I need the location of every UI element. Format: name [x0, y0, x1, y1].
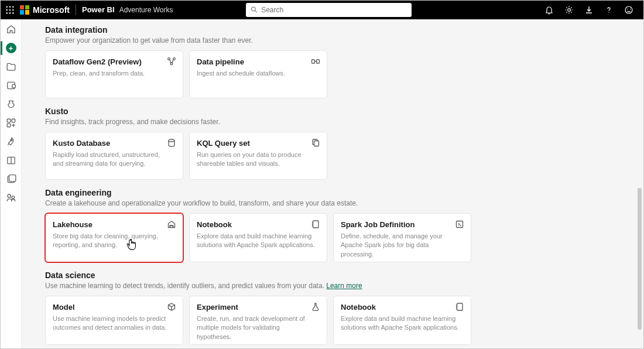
job-icon [455, 220, 464, 229]
card-description: Prep, clean, and transform data. [53, 69, 176, 78]
svg-point-7 [9, 12, 11, 13]
svg-rect-31 [312, 60, 315, 63]
svg-point-4 [9, 9, 11, 10]
svg-point-1 [9, 6, 11, 7]
topbar: Microsoft Power BI Adventure Works [0, 0, 644, 19]
svg-rect-20 [7, 124, 11, 127]
svg-point-12 [608, 12, 609, 12]
onelake-icon[interactable] [6, 80, 16, 91]
card-title: Experiment [197, 303, 320, 312]
svg-point-0 [6, 6, 8, 7]
create-icon[interactable]: + [6, 43, 16, 53]
svg-rect-19 [12, 119, 15, 122]
card-description: Store big data for cleaning, querying, r… [53, 232, 176, 250]
card-experiment[interactable]: Experiment Create, run, and track develo… [189, 296, 327, 345]
card-title: Lakehouse [53, 220, 176, 229]
learn-more-link[interactable]: Learn more [326, 282, 362, 290]
svg-rect-32 [317, 60, 320, 63]
card-description: Run queries on your data to produce shar… [197, 150, 320, 169]
content-area: Data integration Empower your organizati… [22, 19, 643, 348]
search-icon [251, 6, 258, 13]
workspace-label[interactable]: Adventure Works [119, 6, 173, 14]
product-label: Power BI [82, 5, 115, 14]
cube-icon [167, 302, 176, 312]
card-description: Ingest and schedule dataflows. [197, 69, 320, 78]
card-notebook[interactable]: Notebook Explore data and build machine … [333, 296, 471, 345]
svg-point-29 [173, 58, 176, 60]
copy-icon [311, 138, 320, 148]
flask-icon [311, 302, 320, 312]
card-description: Define, schedule, and manage your Apache… [341, 232, 464, 259]
branch-icon [167, 57, 176, 66]
learn-icon[interactable] [6, 155, 16, 166]
svg-point-14 [627, 8, 628, 9]
card-title: Data pipeline [197, 57, 320, 66]
svg-rect-18 [7, 119, 11, 122]
workspace-item-icon[interactable] [6, 193, 16, 203]
card-lakehouse[interactable]: Lakehouse Store big data for cleaning, q… [45, 213, 183, 262]
svg-point-30 [170, 63, 173, 65]
db-icon [167, 138, 176, 148]
section-title: Data integration [45, 25, 643, 35]
svg-rect-37 [313, 221, 319, 228]
app-launcher-icon[interactable] [0, 0, 20, 19]
apps-icon[interactable] [6, 118, 16, 128]
card-description: Rapidly load structured, unstructured, a… [53, 150, 176, 169]
divider [76, 5, 76, 15]
left-rail: + [1, 19, 22, 348]
card-description: Create, run, and track development of mu… [197, 314, 320, 341]
section-title: Kusto [45, 107, 643, 116]
card-description: Explore data and build machine learning … [341, 314, 464, 333]
settings-icon[interactable] [564, 5, 574, 15]
deployment-icon[interactable] [6, 136, 16, 147]
svg-point-8 [12, 12, 13, 13]
section-subtitle: Create a lakehouse and operationalize yo… [45, 199, 643, 207]
card-kusto-database[interactable]: Kusto Database Rapidly load structured, … [45, 132, 183, 180]
microsoft-logo: Microsoft [20, 5, 70, 15]
notifications-icon[interactable] [544, 5, 554, 15]
svg-point-26 [8, 194, 11, 197]
home-icon[interactable] [6, 24, 16, 35]
download-icon[interactable] [584, 5, 594, 15]
card-title: Kusto Database [53, 139, 176, 148]
card-dataflow-gen2-preview-[interactable]: Dataflow Gen2 (Preview) Prep, clean, and… [45, 50, 183, 98]
card-spark-job-definition[interactable]: Spark Job Definition Define, schedule, a… [333, 213, 471, 262]
pipeline-icon [311, 57, 320, 66]
goals-icon[interactable] [6, 99, 16, 110]
browse-icon[interactable] [6, 61, 16, 72]
search-box[interactable] [246, 3, 412, 17]
card-description: Use machine learning models to predict o… [53, 314, 176, 333]
svg-point-5 [12, 9, 13, 10]
section-subtitle: Empower your organization to get value f… [45, 36, 643, 45]
section-title: Data science [45, 271, 643, 280]
svg-point-13 [625, 6, 632, 13]
search-input[interactable] [261, 6, 407, 14]
microsoft-label: Microsoft [33, 5, 70, 15]
section-subtitle: Use machine learning to detect trends, i… [45, 282, 643, 290]
scrollbar-thumb[interactable] [638, 188, 642, 330]
card-kql-query-set[interactable]: KQL Query set Run queries on your data t… [189, 132, 327, 180]
svg-line-10 [255, 11, 257, 12]
card-title: Dataflow Gen2 (Preview) [53, 57, 176, 66]
notebook-icon [311, 220, 320, 229]
help-icon[interactable] [604, 5, 614, 15]
svg-rect-42 [457, 303, 463, 310]
card-title: Spark Job Definition [341, 220, 464, 229]
svg-point-15 [630, 8, 631, 9]
card-model[interactable]: Model Use machine learning models to pre… [45, 296, 183, 345]
card-notebook[interactable]: Notebook Explore data and build machine … [189, 213, 327, 262]
card-title: Notebook [197, 220, 320, 229]
svg-point-2 [12, 6, 13, 7]
card-title: KQL Query set [197, 139, 320, 148]
card-description: Explore data and build machine learning … [197, 232, 320, 250]
workspaces-icon[interactable] [6, 174, 16, 184]
svg-rect-17 [12, 84, 15, 88]
card-title: Model [53, 303, 176, 312]
card-data-pipeline[interactable]: Data pipeline Ingest and schedule datafl… [189, 50, 327, 98]
svg-point-11 [568, 8, 571, 11]
feedback-icon[interactable] [624, 5, 633, 15]
section-title: Data engineering [45, 188, 643, 197]
section-subtitle: Find insights, track progress, and make … [45, 118, 643, 126]
card-title: Notebook [341, 303, 464, 312]
notebook-icon [455, 302, 464, 312]
